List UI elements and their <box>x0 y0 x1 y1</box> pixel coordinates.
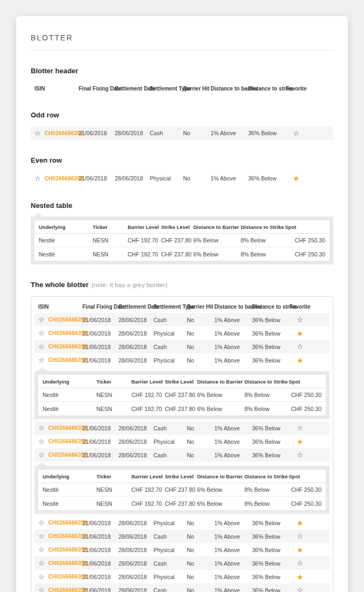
nested-column-header-distance-to-barrier: Distance to Barrier <box>193 473 240 479</box>
underlying-cell: Nestlè <box>34 251 88 257</box>
blotter-row[interactable]: ☆CH026668635821/06/201828/06/2018Physica… <box>31 171 333 185</box>
nested-column-header-strike-level: Strike Level <box>157 224 189 230</box>
blotter-row[interactable]: ☆CH026668635821/06/201828/06/2018Physica… <box>34 353 330 367</box>
favorite-toggle-star-icon[interactable]: ☆ <box>38 573 45 580</box>
settlement-date-cell: 28/06/2018 <box>118 317 153 323</box>
favorite-toggle-star-icon[interactable]: ☆ <box>38 519 45 526</box>
favorite-toggle-star-icon[interactable]: ☆ <box>38 533 45 540</box>
nested-column-header-ticker: Ticker <box>88 224 123 230</box>
nested-table-panel: UnderlyingTickerBarrier LevelStrike Leve… <box>31 217 333 264</box>
favorite-toggle-star-icon[interactable]: ☆ <box>38 343 45 350</box>
distance-to-strike-cell: 8% Below <box>236 251 281 257</box>
favorite-star-outline-icon[interactable]: ☆ <box>297 532 303 540</box>
barrier-level-cell: CHF 192.70 <box>123 237 157 243</box>
favorite-star-filled-icon[interactable]: ★ <box>293 174 300 183</box>
nested-column-header-underlying: Underlying <box>38 473 92 479</box>
favorite-cell: ☆ <box>286 316 313 323</box>
isin-link[interactable]: CH0266686358 <box>48 357 87 363</box>
distance-to-barrier-cell: 1% Above <box>214 452 252 458</box>
favorite-toggle-star-icon[interactable]: ☆ <box>38 438 45 445</box>
isin-link[interactable]: CH0266686358 <box>48 520 87 526</box>
isin-link[interactable]: CH0266686358 <box>48 587 87 592</box>
settlement-type-cell: Physical <box>153 330 187 337</box>
settlement-date-cell: 28/06/2018 <box>118 425 153 431</box>
barrier-hit-cell: No <box>187 438 214 445</box>
favorite-star-filled-icon[interactable]: ★ <box>297 329 304 338</box>
barrier-hit-cell: No <box>187 344 214 350</box>
distance-to-barrier-cell: 1% Above <box>214 438 252 445</box>
column-header-distance-to-barrier: Distance to barrier <box>214 304 252 310</box>
blotter-row[interactable]: ☆CH026668635821/06/201828/06/2018CashNo1… <box>34 530 330 543</box>
distance-to-strike-cell: 36% Below <box>252 357 286 364</box>
nested-column-header-barrier-level: Barrier Level <box>123 224 157 230</box>
favorite-star-outline-icon[interactable]: ☆ <box>297 316 303 324</box>
favorite-cell: ☆ <box>283 130 310 137</box>
final-fixing-date-cell: 21/06/2018 <box>82 452 118 458</box>
isin-link[interactable]: CH0266686358 <box>45 130 83 136</box>
isin-link[interactable]: CH0266686358 <box>48 425 87 431</box>
isin-link[interactable]: CH0266686358 <box>48 452 87 458</box>
isin-link[interactable]: CH0266686358 <box>48 344 87 350</box>
favorite-star-filled-icon[interactable]: ★ <box>297 356 304 365</box>
nested-column-header-spot: Spot <box>284 473 326 479</box>
favorite-star-outline-icon[interactable]: ☆ <box>297 559 303 567</box>
favorite-toggle-star-icon[interactable]: ☆ <box>38 330 45 337</box>
blotter-row[interactable]: ☆CH026668635821/06/201828/06/2018Physica… <box>34 326 330 340</box>
isin-link[interactable]: CH0266686358 <box>48 330 87 336</box>
settlement-type-cell: Physical <box>150 175 183 182</box>
favorite-cell: ★ <box>286 438 313 445</box>
blotter-row[interactable]: ☆CH026668635821/06/201828/06/2018CashNo1… <box>34 448 330 462</box>
favorite-toggle-star-icon[interactable]: ☆ <box>38 546 45 553</box>
isin-link[interactable]: CH0266686358 <box>48 560 87 566</box>
whole-blotter-note: (note: it has a grey border) <box>92 282 167 288</box>
blotter-row[interactable]: ☆CH026668635821/06/201828/06/2018Physica… <box>34 570 330 583</box>
favorite-star-filled-icon[interactable]: ★ <box>297 519 304 527</box>
isin-link[interactable]: CH0266686358 <box>48 533 87 539</box>
distance-to-strike-cell: 36% Below <box>248 130 283 136</box>
blotter-row[interactable]: ☆CH026668635821/06/201828/06/2018CashNo1… <box>34 556 330 570</box>
favorite-star-outline-icon[interactable]: ☆ <box>297 451 303 459</box>
isin-link[interactable]: CH0266686358 <box>45 176 83 182</box>
settlement-date-cell: 28/06/2018 <box>115 175 150 182</box>
settlement-date-cell: 28/06/2018 <box>118 344 153 350</box>
blotter-row[interactable]: ☆CH026668635821/06/201828/06/2018Physica… <box>34 435 330 448</box>
underlying-cell: Nestlè <box>34 237 88 243</box>
isin-link[interactable]: CH0266686358 <box>48 547 87 553</box>
favorite-star-filled-icon[interactable]: ★ <box>297 546 304 554</box>
favorite-star-outline-icon[interactable]: ☆ <box>297 343 303 351</box>
isin-link[interactable]: CH0266686358 <box>48 574 87 580</box>
blotter-row[interactable]: ☆CH026668635821/06/201828/06/2018CashNo1… <box>31 126 333 140</box>
favorite-star-outline-icon[interactable]: ☆ <box>297 424 303 432</box>
blotter-row[interactable]: ☆CH026668635821/06/201828/06/2018CashNo1… <box>34 340 330 353</box>
favorite-star-filled-icon[interactable]: ★ <box>297 437 304 446</box>
favorite-toggle-star-icon[interactable]: ☆ <box>38 357 45 364</box>
favorite-cell: ★ <box>286 546 313 554</box>
blotter-row[interactable]: ☆CH026668635821/06/201828/06/2018CashNo1… <box>34 583 330 592</box>
favorite-toggle-star-icon[interactable]: ☆ <box>38 587 45 592</box>
blotter-row[interactable]: ☆CH026668635821/06/201828/06/2018Physica… <box>34 516 330 530</box>
barrier-level-cell: CHF 192.70 <box>127 406 160 412</box>
favorite-toggle-star-icon[interactable]: ☆ <box>38 560 45 567</box>
favorite-toggle-star-icon[interactable]: ☆ <box>38 316 45 323</box>
nested-table: UnderlyingTickerBarrier LevelStrike Leve… <box>38 375 326 415</box>
distance-to-strike-cell: 36% Below <box>248 175 283 182</box>
blotter-row[interactable]: ☆CH026668635821/06/201828/06/2018Physica… <box>34 543 330 556</box>
favorite-toggle-star-icon[interactable]: ☆ <box>38 451 45 458</box>
final-fixing-date-cell: 21/06/2018 <box>82 587 118 592</box>
favorite-toggle-star-icon[interactable]: ☆ <box>34 130 41 137</box>
final-fixing-date-cell: 21/06/2018 <box>82 438 118 445</box>
distance-to-barrier-cell: 1% Above <box>214 533 252 540</box>
favorite-toggle-star-icon[interactable]: ☆ <box>34 175 41 182</box>
column-header-favorite: Favorite <box>286 304 313 310</box>
favorite-star-outline-icon[interactable]: ☆ <box>297 586 303 592</box>
isin-link[interactable]: CH0266686358 <box>48 317 87 323</box>
barrier-level-cell: CHF 192.70 <box>123 251 157 257</box>
blotter-row[interactable]: ☆CH026668635821/06/201828/06/2018CashNo1… <box>34 313 330 326</box>
favorite-star-filled-icon[interactable]: ★ <box>297 573 304 581</box>
blotter-row[interactable]: ☆CH026668635821/06/201828/06/2018CashNo1… <box>34 421 330 435</box>
favorite-toggle-star-icon[interactable]: ☆ <box>38 424 45 431</box>
isin-link[interactable]: CH0266686358 <box>48 438 87 444</box>
column-header-final-fixing-date: Final Fixing Date <box>79 86 115 92</box>
favorite-star-outline-icon[interactable]: ☆ <box>293 129 299 137</box>
nested-column-header-barrier-level: Barrier Level <box>127 379 160 385</box>
